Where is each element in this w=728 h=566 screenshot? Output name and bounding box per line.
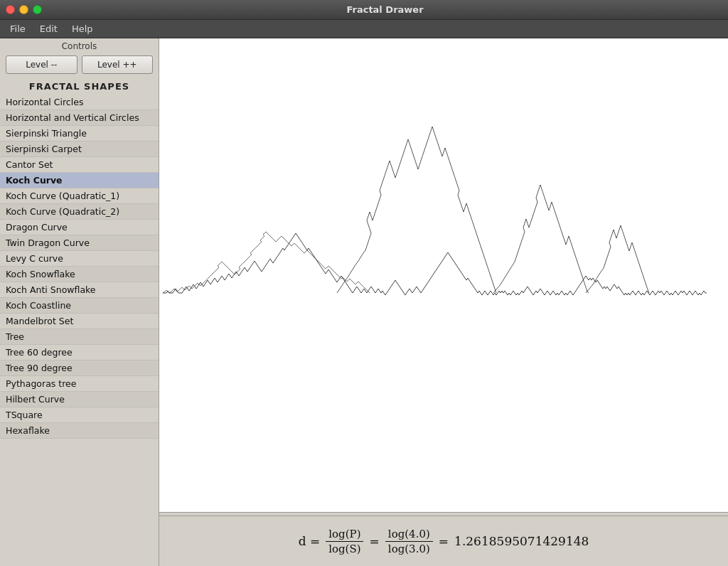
shape-item-tree[interactable]: Tree	[0, 329, 159, 345]
shape-item-sierpinski-carpet[interactable]: Sierpinski Carpet	[0, 142, 159, 157]
formula-equals-2: =	[439, 534, 449, 548]
menu-edit[interactable]: Edit	[33, 22, 65, 36]
shape-item-twin-dragon-curve[interactable]: Twin Dragon Curve	[0, 235, 159, 251]
fraction-1-denominator: log(S)	[326, 542, 363, 555]
formula-value: 1.2618595071429148	[454, 534, 589, 548]
controls-label: Controls	[0, 38, 159, 53]
shape-item-koch-curve-(quadratic_1)[interactable]: Koch Curve (Quadratic_1)	[0, 188, 159, 204]
menu-help[interactable]: Help	[65, 22, 100, 36]
shape-item-hilbert-curve[interactable]: Hilbert Curve	[0, 392, 159, 407]
formula-d-label: d =	[299, 534, 321, 548]
close-button[interactable]	[6, 5, 15, 14]
shape-item-sierpinski-triangle[interactable]: Sierpinski Triangle	[0, 126, 159, 142]
fraction-1-numerator: log(P)	[326, 528, 363, 542]
sidebar: Controls Level -- Level ++ FRACTAL SHAPE…	[0, 38, 159, 566]
level-minus-button[interactable]: Level --	[6, 55, 77, 74]
main-layout: Controls Level -- Level ++ FRACTAL SHAPE…	[0, 38, 728, 566]
shape-item-horizontal-circles[interactable]: Horizontal Circles	[0, 95, 159, 110]
fraction-2: log(4.0) log(3.0)	[385, 528, 433, 555]
formula-area: d = log(P) log(S) = log(4.0) log(3.0) = …	[159, 516, 728, 566]
menu-file[interactable]: File	[3, 22, 33, 36]
formula-equals-1: =	[370, 534, 380, 548]
shape-item-tree-60-degree[interactable]: Tree 60 degree	[0, 345, 159, 361]
level-buttons-container: Level -- Level ++	[0, 53, 159, 78]
shape-item-dragon-curve[interactable]: Dragon Curve	[0, 220, 159, 235]
shape-item-koch-coastline[interactable]: Koch Coastline	[0, 298, 159, 314]
maximize-button[interactable]	[33, 5, 42, 14]
shape-item-koch-curve-(quadratic_2)[interactable]: Koch Curve (Quadratic_2)	[0, 204, 159, 220]
fractal-svg	[159, 38, 728, 512]
shape-item-hexaflake[interactable]: Hexaflake	[0, 423, 159, 439]
shape-item-pythagoras-tree[interactable]: Pythagoras tree	[0, 376, 159, 392]
fraction-1: log(P) log(S)	[326, 528, 363, 555]
fractal-shapes-label: FRACTAL SHAPES	[0, 78, 159, 95]
shape-item-koch-anti-snowflake[interactable]: Koch Anti Snowflake	[0, 282, 159, 298]
minimize-button[interactable]	[19, 5, 28, 14]
titlebar: Fractal Drawer	[0, 0, 728, 20]
shape-item-levy-c-curve[interactable]: Levy C curve	[0, 251, 159, 267]
fraction-2-denominator: log(3.0)	[385, 542, 433, 555]
shape-item-cantor-set[interactable]: Cantor Set	[0, 157, 159, 173]
fraction-2-numerator: log(4.0)	[385, 528, 433, 542]
shape-item-tsquare[interactable]: TSquare	[0, 407, 159, 423]
traffic-lights	[6, 5, 42, 14]
canvas-area: ... d = log(P) log(S) = log(4.0) log(3.0…	[159, 38, 728, 566]
shape-list: Horizontal CirclesHorizontal and Vertica…	[0, 95, 159, 566]
shape-item-horizontal-and-vertical-circles[interactable]: Horizontal and Vertical Circles	[0, 110, 159, 126]
shape-item-koch-snowflake[interactable]: Koch Snowflake	[0, 267, 159, 282]
level-plus-button[interactable]: Level ++	[82, 55, 154, 74]
shape-item-mandelbrot-set[interactable]: Mandelbrot Set	[0, 314, 159, 329]
menubar: File Edit Help	[0, 20, 728, 38]
app-title: Fractal Drawer	[48, 4, 722, 15]
formula-display: d = log(P) log(S) = log(4.0) log(3.0) = …	[299, 528, 589, 555]
shape-item-tree-90-degree[interactable]: Tree 90 degree	[0, 361, 159, 376]
fractal-canvas	[159, 38, 728, 512]
shape-item-koch-curve[interactable]: Koch Curve	[0, 173, 159, 188]
